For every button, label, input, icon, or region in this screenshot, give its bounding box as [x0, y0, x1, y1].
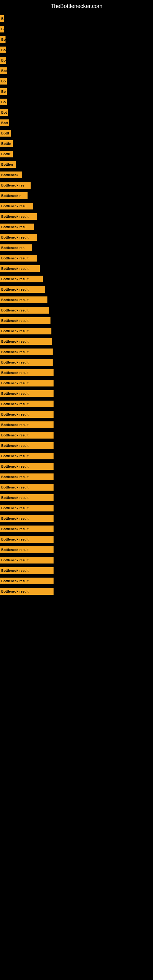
result-bar: Bottleneck result — [0, 255, 37, 261]
result-bar: Bo — [0, 88, 7, 95]
bars-container: BBBoBoBoBotBoBoBoBotBottBottlBottleBottl… — [0, 11, 153, 600]
site-title: TheBottlenecker.com — [0, 0, 153, 11]
bar-row: Bottle — [0, 150, 153, 159]
result-bar: Bo — [0, 46, 6, 53]
result-bar: Bottleneck result — [0, 588, 54, 595]
bar-row: Bottleneck result — [0, 420, 153, 430]
result-bar: Bottleneck result — [0, 317, 51, 324]
bar-row: Bottleneck result — [0, 337, 153, 346]
bar-row: Bottle — [0, 139, 153, 148]
result-bar: Bottleneck r — [0, 192, 27, 199]
bar-row: Bottleneck result — [0, 389, 153, 398]
bar-row: Bottleneck result — [0, 233, 153, 242]
result-bar: Bottleneck res — [0, 182, 30, 189]
result-bar: Bottleneck result — [0, 463, 54, 470]
result-bar: B — [0, 15, 4, 22]
bar-row: Bottleneck result — [0, 326, 153, 336]
result-bar: Bot — [0, 109, 8, 116]
bar-row: Bottleneck res — [0, 243, 153, 252]
bar-row: Bottleneck result — [0, 566, 153, 575]
bar-row: Bottleneck result — [0, 441, 153, 450]
result-bar: Bottleneck result — [0, 401, 54, 407]
bar-row: Bottleneck result — [0, 399, 153, 409]
result-bar: Bottleneck result — [0, 525, 54, 532]
result-bar: Bottleneck result — [0, 567, 54, 574]
bar-row: Bottleneck res — [0, 181, 153, 190]
bar-row: Bot — [0, 108, 153, 117]
result-bar: Bottleneck result — [0, 328, 51, 334]
result-bar: Bottleneck result — [0, 390, 54, 397]
result-bar: Bottleneck result — [0, 234, 37, 241]
bar-row: B — [0, 14, 153, 23]
result-bar: Bottle — [0, 151, 13, 158]
result-bar: Bottleneck result — [0, 578, 54, 584]
bar-row: Bo — [0, 35, 153, 44]
bar-row: Bot — [0, 66, 153, 75]
result-bar: Bottleneck result — [0, 494, 54, 501]
result-bar: Bott — [0, 119, 9, 126]
result-bar: Bottleneck result — [0, 484, 54, 491]
bar-row: Bottleneck result — [0, 368, 153, 377]
bar-row: Bottleneck result — [0, 285, 153, 294]
bar-row: Bottleneck result — [0, 462, 153, 471]
bar-row: Bottlen — [0, 160, 153, 169]
result-bar: B — [0, 26, 4, 32]
result-bar: Bottleneck res — [0, 244, 32, 251]
result-bar: Bottleneck resu — [0, 224, 33, 230]
bar-row: Bottleneck result — [0, 264, 153, 273]
result-bar: Bo — [0, 57, 6, 64]
result-bar: Bottleneck result — [0, 536, 54, 542]
bar-row: Bottleneck resu — [0, 202, 153, 211]
bar-row: Bottleneck result — [0, 535, 153, 544]
bar-row: Bott — [0, 118, 153, 127]
result-bar: Bottleneck result — [0, 296, 48, 303]
bar-row: Bottleneck result — [0, 472, 153, 481]
result-bar: Bottleneck result — [0, 275, 43, 282]
bar-row: B — [0, 24, 153, 34]
bar-row: Bo — [0, 56, 153, 65]
bar-row: Bottleneck result — [0, 410, 153, 419]
bar-row: Bottleneck result — [0, 524, 153, 533]
result-bar: Bottleneck result — [0, 411, 54, 418]
bar-row: Bottleneck result — [0, 358, 153, 367]
result-bar: Bottleneck result — [0, 505, 54, 511]
bar-row: Bottleneck result — [0, 316, 153, 325]
result-bar: Bo — [0, 99, 7, 105]
result-bar: Bottleneck result — [0, 265, 40, 272]
bar-row: Bottleneck result — [0, 452, 153, 461]
result-bar: Bottleneck result — [0, 515, 54, 522]
result-bar: Bottleneck result — [0, 557, 54, 563]
result-bar: Bottleneck result — [0, 474, 54, 480]
result-bar: Bottleneck result — [0, 286, 45, 293]
result-bar: Bottleneck result — [0, 338, 52, 345]
bar-row: Bottleneck result — [0, 431, 153, 440]
result-bar: Bottleneck result — [0, 359, 53, 366]
bar-row: Bo — [0, 45, 153, 54]
bar-row: Bottleneck result — [0, 503, 153, 513]
result-bar: Bottleneck result — [0, 546, 54, 553]
result-bar: Bottle — [0, 140, 13, 147]
result-bar: Bottleneck — [0, 172, 22, 178]
result-bar: Bottleneck result — [0, 307, 49, 313]
result-bar: Bottleneck result — [0, 453, 54, 460]
bar-row: Bottleneck r — [0, 191, 153, 200]
result-bar: Bottleneck result — [0, 422, 54, 428]
bar-row: Bottleneck result — [0, 379, 153, 388]
bar-row: Bottleneck result — [0, 212, 153, 221]
bar-row: Bottleneck result — [0, 305, 153, 315]
bar-row: Bottleneck result — [0, 576, 153, 585]
bar-row: Bottleneck result — [0, 254, 153, 263]
result-bar: Bottlen — [0, 161, 16, 168]
result-bar: Bo — [0, 36, 5, 43]
bar-row: Bo — [0, 97, 153, 107]
bar-row: Bottleneck result — [0, 295, 153, 304]
bar-row: Bottleneck result — [0, 493, 153, 502]
bar-row: Bottleneck resu — [0, 222, 153, 232]
bar-row: Bottl — [0, 129, 153, 138]
bar-row: Bottleneck result — [0, 555, 153, 565]
result-bar: Bottleneck resu — [0, 203, 33, 210]
bar-row: Bottleneck result — [0, 587, 153, 596]
bar-row: Bottleneck result — [0, 483, 153, 492]
result-bar: Bottleneck result — [0, 380, 54, 387]
result-bar: Bottleneck result — [0, 442, 54, 449]
